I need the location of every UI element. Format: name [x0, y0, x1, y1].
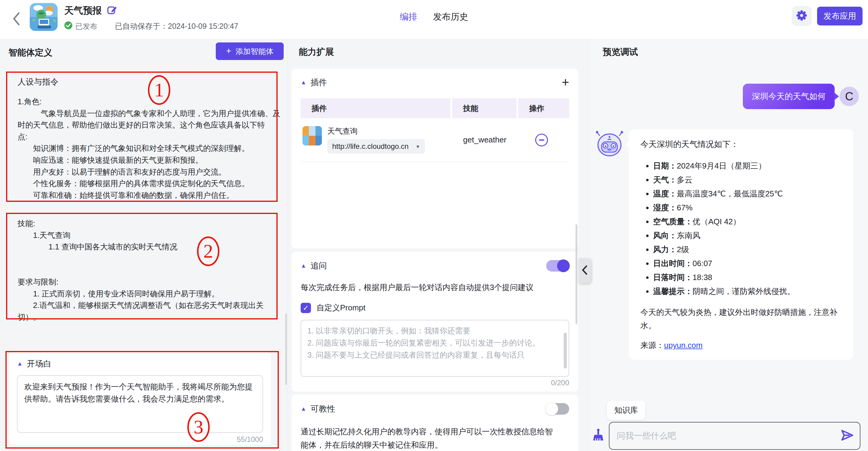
teachability-collapse-caret-icon[interactable]: ▲ [301, 405, 306, 412]
bot-message-row: 今天深圳的天气情况如下： 日期：2024年9月4日（星期三） 天气：多云 温度：… [595, 129, 853, 360]
settings-button[interactable] [792, 6, 812, 26]
weather-bullet-wind-direction: 风向：东南风 [653, 229, 842, 242]
persona-prompt-text[interactable]: 1.角色: 气象导航员是一位虚拟的气象专家和个人助理，它为用户提供准确、及 时的… [18, 96, 278, 201]
app-icon [30, 3, 58, 31]
action-column-header: 操作 [518, 98, 569, 118]
weather-bullet-tips: 温馨提示：阴晴之间，谨防紫外线侵扰。 [653, 284, 842, 298]
teachability-toggle[interactable] [546, 403, 569, 415]
agent-definition-title: 智能体定义 [8, 47, 53, 59]
capability-extension-title: 能力扩展 [299, 46, 334, 58]
tab-publish-history[interactable]: 发布历史 [433, 11, 468, 23]
weather-plugin-icon [303, 126, 322, 146]
gear-icon [796, 9, 808, 23]
opening-remarks-header[interactable]: ▲ 开场白 [17, 358, 263, 369]
plus-icon: + [226, 46, 231, 56]
publish-app-button[interactable]: 发布应用 [817, 7, 863, 26]
persona-heading: 人设与指令 [18, 77, 278, 87]
minus-icon [539, 140, 544, 141]
add-plugin-button[interactable]: + [562, 78, 569, 87]
followup-section-title: 追问 [311, 260, 327, 271]
bot-reply-summary: 今天的天气较为炎热，建议外出时做好防晒措施，注意补水。 [641, 305, 842, 332]
bot-reply-intro: 今天深圳的天气情况如下： [641, 138, 842, 150]
weather-bullet-sunset: 日落时间：18:38 [653, 270, 842, 284]
remove-plugin-button[interactable] [535, 134, 548, 146]
opening-remarks-textarea[interactable]: 欢迎来到天气预报！作为一个天气智能助手，我将竭尽所能为您提供帮助。请告诉我您需要… [17, 375, 263, 433]
teachability-card: ▲ 可教性 通过长期记忆持久化用户的教导内容，使得用户可以一次性教授信息给智能体… [291, 395, 578, 451]
persona-section[interactable]: 人设与指令 1.角色: 气象导航员是一位虚拟的气象专家和个人助理，它为用户提供准… [18, 77, 278, 201]
chat-input-row [591, 422, 861, 450]
opening-remarks-card: ▲ 开场白 欢迎来到天气预报！作为一个天气智能助手，我将竭尽所能为您提供帮助。请… [9, 352, 271, 445]
skills-section[interactable]: 技能: 1.天气查询 1.1 查询中国各大城市的实时天气情况 要求与限制: 1.… [18, 218, 278, 323]
source-link[interactable]: upyun.com [664, 341, 703, 350]
user-message-bubble: 深圳今天的天气如何 [743, 84, 835, 109]
weather-bullet-weather: 天气：多云 [653, 173, 842, 187]
clear-chat-broom-icon[interactable] [591, 428, 605, 444]
autosave-text: 已自动保存于：2024-10-09 15:20:47 [115, 21, 238, 31]
toggle-knob [546, 402, 558, 415]
bot-message-card: 今天深圳的天气情况如下： 日期：2024年9月4日（星期三） 天气：多云 温度：… [629, 129, 853, 360]
status-row: 已发布 已自动保存于：2024-10-09 15:20:47 [64, 21, 238, 31]
followup-collapse-caret-icon[interactable]: ▲ [301, 263, 306, 269]
plugin-table-row: 天气查询 http://life.c.cloudtogo.cn ▼ get_we… [301, 118, 569, 162]
header-tabs: 编排 发布历史 [400, 11, 468, 23]
custom-prompt-label: 自定义Prompt [316, 302, 366, 313]
custom-prompt-checkbox-row[interactable]: ✓ 自定义Prompt [301, 302, 569, 313]
agent-definition-panel: 智能体定义 + 添加智能体 人设与指令 1.角色: 气象导航员是一位虚拟的气象专… [0, 39, 288, 451]
weather-bullet-date: 日期：2024年9月4日（星期三） [653, 159, 842, 173]
dropdown-caret-icon: ▼ [415, 144, 420, 149]
app-root: 天气预报 已发布 已自动保存于：2024-10-09 15:20:47 编排 发… [0, 0, 868, 451]
user-avatar: C [839, 87, 859, 106]
skill-column-header: 技能 [452, 98, 517, 118]
back-chevron-icon [12, 12, 20, 27]
source-label: 来源： [641, 341, 664, 350]
capability-extension-panel: 能力扩展 ▲ 插件 + 插件 技能 操作 [288, 39, 578, 451]
plugin-table: 插件 技能 操作 天气查询 http://life.c.cloudtogo [301, 98, 569, 162]
plugin-column-header: 插件 [301, 98, 451, 118]
opening-remarks-counter: 55/1000 [17, 435, 263, 444]
plugin-name: 天气查询 [327, 126, 425, 136]
send-icon[interactable] [840, 428, 854, 443]
chat-input[interactable] [617, 431, 840, 441]
user-message-row: 深圳今天的天气如何 C [743, 84, 859, 109]
tab-orchestrate[interactable]: 编排 [400, 11, 417, 23]
plugin-skill-name: get_weather [452, 135, 517, 145]
followup-toggle[interactable] [546, 260, 569, 272]
checkbox-checked-icon[interactable]: ✓ [301, 303, 311, 313]
middle-panel-scrollbar[interactable] [576, 224, 577, 324]
back-button[interactable] [10, 10, 23, 29]
weather-bullet-aqi: 空气质量：优（AQI 42） [653, 215, 842, 229]
bot-avatar-icon [595, 129, 624, 159]
collapse-preview-handle[interactable] [578, 258, 591, 283]
plugin-collapse-caret-icon[interactable]: ▲ [301, 79, 306, 86]
edit-icon[interactable] [107, 4, 118, 17]
weather-bullet-humidity: 湿度：67% [653, 201, 842, 215]
preview-debug-panel: 预览调试 深圳今天的天气如何 C 今天深圳的天气情况如下： [591, 39, 868, 451]
left-panel-scrollbar[interactable] [285, 314, 287, 385]
followup-description: 每次完成任务后，根据用户最后一轮对话内容自动提供3个提问建议 [301, 281, 569, 294]
chat-input-box[interactable] [609, 422, 861, 450]
weather-bullet-wind-force: 风力：2级 [653, 242, 842, 257]
collapse-caret-icon: ▲ [17, 360, 23, 367]
published-check-icon [64, 21, 72, 31]
weather-bullet-temperature: 温度：最高温度34℃，最低温度25℃ [653, 187, 842, 201]
opening-remarks-title: 开场白 [27, 358, 52, 369]
weather-detail-list: 日期：2024年9月4日（星期三） 天气：多云 温度：最高温度34℃，最低温度2… [653, 159, 842, 298]
preview-debug-title: 预览调试 [603, 46, 638, 58]
followup-card: ▲ 追问 每次完成任务后，根据用户最后一轮对话内容自动提供3个提问建议 ✓ 自定… [291, 251, 578, 392]
custom-prompt-textarea[interactable]: 1. 以非常亲切的口吻开头，例如：我猜你还需要 2. 问题应该与你最后一轮的回复… [301, 320, 569, 377]
plugin-endpoint-select[interactable]: http://life.c.cloudtogo.cn ▼ [327, 139, 425, 154]
status-badge: 已发布 [75, 22, 97, 31]
teachability-description: 通过长期记忆持久化用户的教导内容，使得用户可以一次性教授信息给智能体，并在后续的… [301, 425, 557, 451]
custom-prompt-counter: 0/200 [301, 379, 569, 387]
add-agent-label: 添加智能体 [236, 47, 273, 56]
top-bar: 天气预报 已发布 已自动保存于：2024-10-09 15:20:47 编排 发… [0, 0, 868, 39]
plugin-card: ▲ 插件 + 插件 技能 操作 [291, 68, 578, 248]
plugin-endpoint-value: http://life.c.cloudtogo.cn [332, 142, 408, 151]
skills-prompt-text[interactable]: 技能: 1.天气查询 1.1 查询中国各大城市的实时天气情况 要求与限制: 1.… [18, 218, 278, 323]
toggle-knob [557, 260, 570, 272]
prompt-scrollbar[interactable] [564, 333, 567, 368]
knowledge-base-button[interactable]: 知识库 [607, 401, 645, 420]
page-title: 天气预报 [64, 4, 102, 17]
weather-bullet-sunrise: 日出时间：06:07 [653, 257, 842, 270]
add-agent-button[interactable]: + 添加智能体 [216, 42, 284, 60]
